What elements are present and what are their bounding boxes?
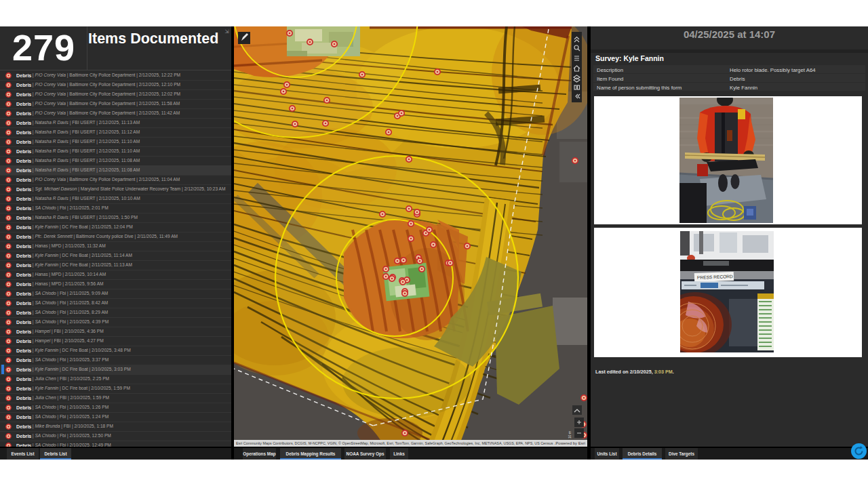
svg-text:Esri Community Maps Contributo: Esri Community Maps Contributors, DCGIS,… [236, 441, 557, 445]
svg-text:Powered by Esri: Powered by Esri [555, 441, 585, 445]
svg-text:10 m: 10 m [568, 431, 572, 439]
